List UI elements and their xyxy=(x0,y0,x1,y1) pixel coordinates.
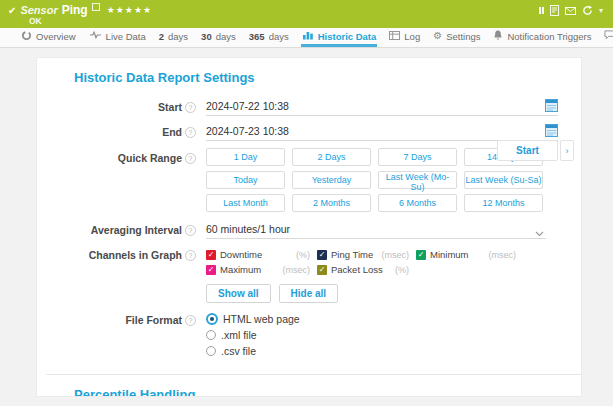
bell-icon xyxy=(493,30,503,43)
calendar-icon[interactable] xyxy=(545,124,558,139)
tab-label: Settings xyxy=(446,31,480,42)
tab-30-days[interactable]: 30 days xyxy=(200,28,237,47)
tab-number: 365 xyxy=(249,31,265,42)
show-all-button[interactable]: Show all xyxy=(206,284,271,303)
tab-notification-triggers[interactable]: Notification Triggers xyxy=(492,28,592,47)
tab-2-days[interactable]: 2 days xyxy=(158,28,189,47)
channel-grid: ✓ Downtime (%) ✓ Ping Time (msec) ✓ Mini… xyxy=(206,249,553,275)
start-row: Start? 2024-07-22 10:38 xyxy=(74,98,553,116)
file-format-html[interactable]: HTML web page xyxy=(206,313,553,325)
info-icon[interactable]: ? xyxy=(185,153,196,164)
quick-range-7-days[interactable]: 7 Days xyxy=(378,148,457,166)
channel-name: Packet Loss xyxy=(331,264,383,275)
tab-log[interactable]: Log xyxy=(388,28,421,47)
info-icon[interactable]: ? xyxy=(185,315,196,326)
start-chevron-button[interactable]: › xyxy=(560,140,574,161)
radio-icon xyxy=(206,346,216,356)
start-label: Start? xyxy=(74,98,196,113)
log-table-icon xyxy=(389,31,400,42)
start-action-group: Start › xyxy=(497,140,574,161)
report-icon[interactable] xyxy=(550,5,559,16)
averaging-interval-row: Averaging Interval? 60 minutes/1 hour xyxy=(74,221,553,239)
info-icon[interactable]: ? xyxy=(185,225,196,236)
percentile-title: Percentile Handling xyxy=(74,387,553,397)
quick-range-1-day[interactable]: 1 Day xyxy=(206,148,285,166)
radio-label: .csv file xyxy=(221,345,256,357)
quick-range-6-months[interactable]: 6 Months xyxy=(378,194,457,212)
mail-icon[interactable] xyxy=(565,7,576,15)
live-data-icon xyxy=(89,30,102,42)
tab-label: days xyxy=(216,31,236,42)
quick-range-2-days[interactable]: 2 Days xyxy=(292,148,371,166)
refresh-icon[interactable] xyxy=(582,5,593,16)
quick-range-2-months[interactable]: 2 Months xyxy=(292,194,371,212)
file-format-xml[interactable]: .xml file xyxy=(206,329,553,341)
quick-range-last-month[interactable]: Last Month xyxy=(206,194,285,212)
end-row: End? 2024-07-23 10:38 xyxy=(74,123,553,141)
page-body: Historic Data Report Settings Start? 202… xyxy=(0,48,613,406)
overview-icon xyxy=(21,30,32,43)
channel-checkbox[interactable]: ✓ xyxy=(416,250,426,260)
start-input[interactable]: 2024-07-22 10:38 xyxy=(206,98,558,116)
channel-checkbox[interactable]: ✓ xyxy=(317,265,327,275)
tab-label: Notification Triggers xyxy=(507,31,591,42)
channel-downtime: ✓ Downtime (%) xyxy=(206,249,310,260)
tab-live-data[interactable]: Live Data xyxy=(88,28,147,47)
channel-unit: (msec) xyxy=(283,265,311,275)
channel-checkbox[interactable]: ✓ xyxy=(206,250,216,260)
sensor-name: Ping xyxy=(62,3,88,17)
info-icon[interactable]: ? xyxy=(185,250,196,261)
radio-icon xyxy=(206,330,216,340)
priority-stars[interactable]: ★★★★★ xyxy=(107,5,152,15)
sensor-badge-icon xyxy=(92,3,100,11)
tab-bar: Overview Live Data 2 days 30 days 365 da… xyxy=(0,28,613,48)
quick-range-last-week-mo-su[interactable]: Last Week (Mo-Su) xyxy=(378,171,457,189)
end-label: End? xyxy=(74,123,196,138)
pause-icon[interactable] xyxy=(539,7,544,14)
comment-icon xyxy=(604,30,613,42)
tab-historic-data[interactable]: Historic Data xyxy=(301,28,378,47)
radio-selected-icon xyxy=(206,313,218,325)
end-input[interactable]: 2024-07-23 10:38 xyxy=(206,123,558,141)
channel-name: Minimum xyxy=(430,249,469,260)
tab-comments[interactable]: Comments xyxy=(603,28,613,47)
tab-label: Live Data xyxy=(106,31,146,42)
averaging-interval-value: 60 minutes/1 hour xyxy=(206,223,290,235)
quick-range-last-week-su-sa[interactable]: Last Week (Su-Sa) xyxy=(464,171,543,189)
tab-overview[interactable]: Overview xyxy=(20,28,77,47)
channel-checkbox[interactable]: ✓ xyxy=(317,250,327,260)
averaging-interval-label: Averaging Interval? xyxy=(74,221,196,236)
quick-range-12-months[interactable]: 12 Months xyxy=(464,194,543,212)
info-icon[interactable]: ? xyxy=(185,127,196,138)
calendar-icon[interactable] xyxy=(545,99,558,114)
tab-number: 2 xyxy=(159,31,164,42)
radio-label: .xml file xyxy=(221,329,257,341)
channel-minimum: ✓ Minimum (msec) xyxy=(416,249,516,260)
quick-range-today[interactable]: Today xyxy=(206,171,285,189)
tab-settings[interactable]: ⚙ Settings xyxy=(432,28,481,47)
channel-buttons: Show all Hide all xyxy=(206,284,553,303)
channel-unit: (%) xyxy=(296,250,310,260)
channel-unit: (msec) xyxy=(382,250,410,260)
hide-all-button[interactable]: Hide all xyxy=(279,284,339,303)
info-icon[interactable]: ? xyxy=(185,102,196,113)
channel-checkbox[interactable]: ✓ xyxy=(206,265,216,275)
sensor-title: ✔ Sensor Ping ★★★★★ xyxy=(8,3,152,17)
tab-365-days[interactable]: 365 days xyxy=(248,28,290,47)
caret-down-icon[interactable]: ▾ xyxy=(599,7,603,15)
averaging-interval-select[interactable]: 60 minutes/1 hour xyxy=(206,221,546,239)
start-button[interactable]: Start xyxy=(497,140,558,161)
file-format-csv[interactable]: .csv file xyxy=(206,345,553,357)
prtg-window: ✔ Sensor Ping ★★★★★ OK ▾ Overview xyxy=(0,0,613,406)
tab-label: Overview xyxy=(36,31,76,42)
quick-range-yesterday[interactable]: Yesterday xyxy=(292,171,371,189)
channel-name: Maximum xyxy=(220,264,261,275)
header-action-icons: ▾ xyxy=(539,5,603,16)
tab-number: 30 xyxy=(201,31,212,42)
channel-unit: (%) xyxy=(395,265,409,275)
channels-row: Channels in Graph? ✓ Downtime (%) ✓ Ping… xyxy=(74,246,553,303)
quick-range-label: Quick Range? xyxy=(74,148,196,164)
sensor-kind-label: Sensor xyxy=(20,4,57,16)
file-format-row: File Format? HTML web page .xml file .cs… xyxy=(74,313,553,361)
channel-ping-time: ✓ Ping Time (msec) xyxy=(317,249,409,260)
